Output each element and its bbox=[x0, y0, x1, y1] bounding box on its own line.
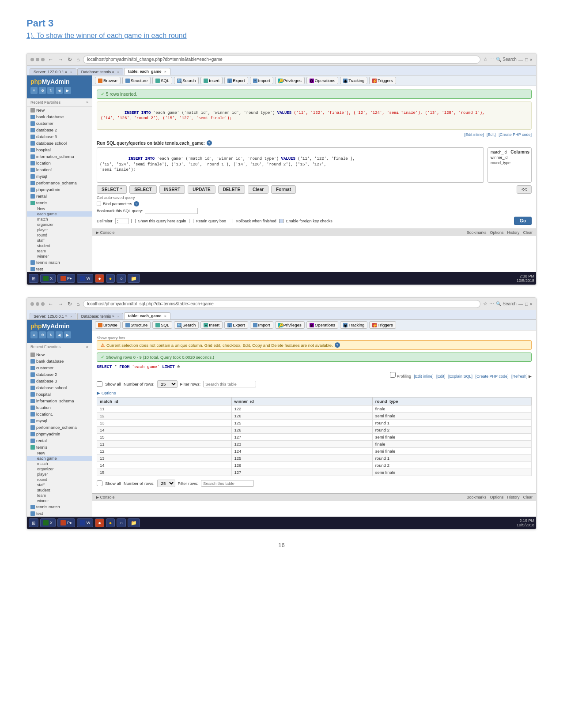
back-btn-2[interactable]: ← bbox=[47, 301, 54, 307]
privileges-btn-1[interactable]: 🔑 Privileges bbox=[275, 77, 305, 84]
powerpoint-btn-1[interactable]: P♦ bbox=[57, 274, 75, 283]
sidebar-item-db3-2[interactable]: database 3 bbox=[27, 378, 92, 384]
bottom-show-all-cb-2[interactable] bbox=[97, 480, 102, 486]
bookmark-icon-2[interactable]: ☆ bbox=[483, 301, 487, 307]
edit-link-1[interactable]: [Edit] bbox=[487, 132, 496, 137]
sidebar-sub-organizer-2[interactable]: organizer bbox=[27, 466, 92, 472]
warning-help-2[interactable]: ? bbox=[335, 342, 340, 348]
sidebar-icon-1e[interactable]: ▶ bbox=[64, 87, 71, 94]
sidebar-sub-winner-1[interactable]: winner bbox=[27, 254, 92, 259]
sidebar-sub-staff-2[interactable]: staff bbox=[27, 482, 92, 488]
sidebar-item-perf-1[interactable]: performance_schema bbox=[27, 180, 92, 186]
retain-query-cb-1[interactable] bbox=[189, 219, 193, 223]
profiling-cb-2[interactable] bbox=[390, 372, 396, 378]
sidebar-icon-1a[interactable]: ≡ bbox=[30, 87, 38, 94]
sidebar-item-bank-2[interactable]: bank database bbox=[27, 358, 92, 364]
refresh-btn-1[interactable]: ↻ bbox=[67, 56, 73, 63]
sidebar-sub-team-2[interactable]: team bbox=[27, 493, 92, 498]
sidebar-sub-staff-1[interactable]: staff bbox=[27, 238, 92, 243]
search-btn-1[interactable]: 🔍 Search bbox=[174, 77, 199, 84]
scroll-right-2[interactable]: ▶ bbox=[529, 374, 532, 379]
sidebar-sub-team-1[interactable]: team bbox=[27, 248, 92, 254]
window-max-2[interactable]: □ bbox=[525, 301, 528, 307]
sidebar-icon-2c[interactable]: ↻ bbox=[47, 331, 54, 338]
forward-btn-1[interactable]: → bbox=[57, 56, 64, 63]
back-btn-1[interactable]: ← bbox=[47, 56, 54, 63]
create-php-link-1[interactable]: [Create PHP code] bbox=[499, 132, 532, 137]
sidebar-item-tennis-2[interactable]: tennis bbox=[27, 444, 92, 450]
sidebar-collapse-icon-1[interactable]: » bbox=[86, 100, 88, 105]
sidebar-item-db2-1[interactable]: database 2 bbox=[27, 127, 92, 133]
insert-btn-2[interactable]: + Insert bbox=[200, 321, 223, 329]
sidebar-sub-eachgame-2[interactable]: each game bbox=[27, 456, 92, 461]
folder-btn-1[interactable]: 📁 bbox=[128, 274, 140, 283]
sidebar-sub-match-2[interactable]: match bbox=[27, 461, 92, 466]
sidebar-item-location1-2[interactable]: location1 bbox=[27, 411, 92, 417]
col-round-type-1[interactable]: round_type bbox=[490, 160, 529, 165]
import-btn-2[interactable]: ↑ Import bbox=[250, 321, 273, 329]
edit-inline-link-1[interactable]: [Edit inline] bbox=[465, 132, 484, 137]
circle-btn-1[interactable]: ○ bbox=[117, 274, 126, 283]
bind-help-icon-1[interactable]: ? bbox=[134, 201, 139, 206]
circle-btn-2[interactable]: ○ bbox=[117, 518, 126, 527]
sidebar-item-new-1[interactable]: New bbox=[27, 107, 92, 113]
auto-save-1[interactable]: Get auto-saved query bbox=[97, 195, 532, 200]
triggers-btn-1[interactable]: ⚡ Triggers bbox=[369, 77, 396, 84]
sidebar-sub-organizer-1[interactable]: organizer bbox=[27, 222, 92, 227]
import-btn-1[interactable]: ↑ Import bbox=[250, 77, 273, 84]
select-btn-1[interactable]: SELECT bbox=[129, 185, 156, 194]
delete-btn-1[interactable]: DELETE bbox=[218, 185, 245, 194]
delimiter-input-1[interactable] bbox=[115, 218, 128, 224]
sidebar-item-customer-2[interactable]: customer bbox=[27, 364, 92, 371]
sidebar-icon-2b[interactable]: ⚙ bbox=[39, 331, 46, 338]
browser-btn-2[interactable]: ● bbox=[95, 518, 104, 527]
sidebar-sub-winner-2[interactable]: winner bbox=[27, 498, 92, 503]
sidebar-sub-student-1[interactable]: student bbox=[27, 243, 92, 248]
search-btn-2[interactable]: 🔍 Search bbox=[174, 321, 199, 329]
tab-table-2[interactable]: table: each_game × bbox=[124, 312, 170, 319]
insert-btn-1[interactable]: + Insert bbox=[200, 77, 223, 84]
tab-server-2[interactable]: Server: 125.0.0.1 » × bbox=[30, 313, 76, 319]
sql-btn-2[interactable]: SQL bbox=[152, 321, 172, 329]
window-max-1[interactable]: □ bbox=[525, 57, 528, 62]
help-icon-1[interactable]: ? bbox=[207, 140, 212, 146]
word-btn-2[interactable]: W bbox=[77, 518, 94, 527]
sidebar-item-info-1[interactable]: information_schema bbox=[27, 153, 92, 160]
bookmark-input-1[interactable] bbox=[145, 208, 198, 214]
bottom-filter-rows-input-2[interactable] bbox=[201, 480, 254, 487]
sidebar-item-db3-1[interactable]: database 3 bbox=[27, 133, 92, 140]
tracking-btn-1[interactable]: ◉ Tracking bbox=[340, 77, 367, 84]
chrome-btn-2[interactable]: ● bbox=[106, 518, 115, 527]
window-close-2[interactable]: × bbox=[530, 301, 533, 307]
sidebar-icon-1c[interactable]: ↻ bbox=[47, 87, 54, 94]
sidebar-item-perf-2[interactable]: performance_schema bbox=[27, 424, 92, 431]
structure-btn-1[interactable]: Structure bbox=[122, 77, 151, 84]
update-btn-1[interactable]: UPDATE bbox=[188, 185, 215, 194]
edit-inline-link-2[interactable]: [Edit inline] bbox=[414, 374, 433, 379]
options-toggle-2[interactable]: Options bbox=[97, 390, 532, 395]
sidebar-item-location-1[interactable]: location bbox=[27, 160, 92, 166]
menu-icon-2[interactable]: ⋯ bbox=[489, 301, 494, 307]
operations-btn-2[interactable]: ⚙ Operations bbox=[306, 321, 338, 329]
sidebar-sub-match-1[interactable]: match bbox=[27, 217, 92, 222]
sidebar-item-test-2[interactable]: test bbox=[27, 510, 92, 517]
sidebar-item-rental-1[interactable]: rental bbox=[27, 193, 92, 199]
go-btn-1[interactable]: Go bbox=[514, 217, 532, 225]
sql-editor-1[interactable]: INSERT INTO `each game` (`match_id`, `wi… bbox=[97, 147, 484, 183]
explain-sql-link-2[interactable]: [Explain SQL] bbox=[448, 374, 472, 379]
sidebar-item-mysql-1[interactable]: mysql bbox=[27, 173, 92, 180]
browse-btn-1[interactable]: Browse bbox=[95, 77, 121, 84]
browse-btn-2[interactable]: Browse bbox=[95, 321, 121, 329]
rollback-cb-1[interactable] bbox=[229, 219, 233, 223]
powerpoint-btn-2[interactable]: P♦ bbox=[57, 518, 75, 527]
sql-btn-1[interactable]: SQL bbox=[152, 77, 172, 84]
sidebar-sub-eachgame-1[interactable]: each game bbox=[27, 211, 92, 217]
sidebar-item-tennismatch-1[interactable]: tennis match bbox=[27, 259, 92, 266]
sidebar-item-rental-2[interactable]: rental bbox=[27, 437, 92, 444]
sidebar-sub-player-2[interactable]: player bbox=[27, 472, 92, 477]
tab-database-1[interactable]: Database: tennis » × bbox=[77, 68, 123, 75]
sidebar-item-location-2[interactable]: location bbox=[27, 404, 92, 411]
forward-btn-2[interactable]: → bbox=[57, 301, 64, 307]
sidebar-sub-new-2[interactable]: New bbox=[27, 450, 92, 456]
word-btn-1[interactable]: W bbox=[77, 274, 94, 283]
